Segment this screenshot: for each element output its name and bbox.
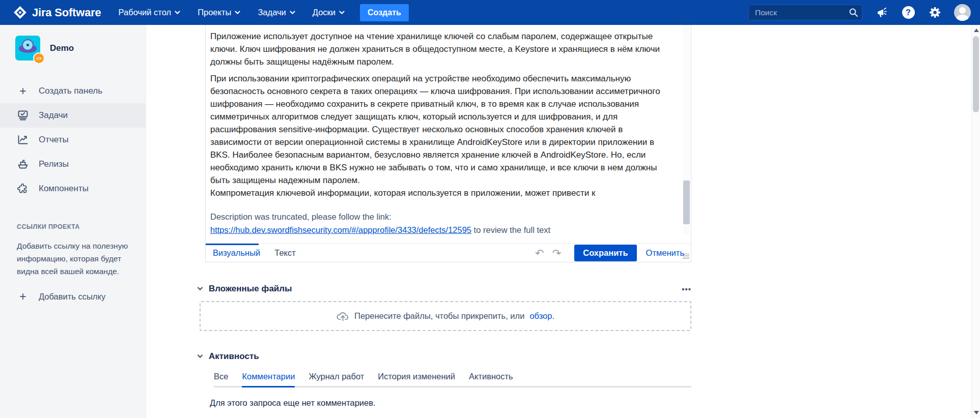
dropzone-suffix: . — [552, 311, 554, 320]
brand-title: Jira Software — [32, 6, 101, 19]
add-link-label: Добавить ссылку — [39, 292, 105, 302]
jira-diamond-icon — [13, 6, 27, 19]
tab-text[interactable]: Текст — [267, 248, 303, 258]
search-icon[interactable] — [849, 8, 858, 17]
sidebar-item-reports[interactable]: Отчеты — [0, 128, 146, 152]
editor-footer: Визуальный Текст ↶ ↷ Сохранить Отменить — [206, 243, 691, 262]
dropzone-text: Перенесите файлы, чтобы прикрепить, или — [354, 311, 524, 321]
gear-icon — [929, 7, 941, 18]
sidebar-item-releases[interactable]: Релизы — [0, 152, 146, 176]
chevron-down-icon — [339, 11, 345, 15]
tab-activity[interactable]: Активность — [469, 372, 513, 386]
truncation-note-text: Description was truncated, please follow… — [210, 210, 674, 223]
announcements-button[interactable] — [875, 6, 889, 20]
nav-issues[interactable]: Задачи — [258, 8, 295, 17]
create-button[interactable]: Создать — [360, 4, 409, 21]
navbar-right: ? — [748, 4, 971, 21]
no-comments-message: Для этого запроса еще нет комментариев. — [210, 398, 980, 408]
nav-dashboard[interactable]: Рабочий стол — [119, 8, 181, 17]
nav-projects[interactable]: Проекты — [198, 8, 240, 17]
plus-icon: + — [17, 85, 29, 97]
chevron-down-icon — [197, 354, 203, 359]
description-paragraph: Компрометация ключевой информации, котор… — [210, 187, 674, 199]
page-scrollbar[interactable] — [971, 25, 980, 418]
search-input[interactable] — [748, 5, 862, 20]
tab-comments[interactable]: Комментарии — [242, 372, 295, 387]
issue-main: Приложение использует доступное на чтени… — [146, 25, 980, 418]
issues-icon — [17, 110, 29, 121]
tab-worklog[interactable]: Журнал работ — [309, 372, 364, 386]
attachments-section-header: Вложенные файлы ••• — [196, 284, 691, 294]
tab-visual[interactable]: Визуальный — [206, 248, 267, 258]
truncation-note: Description was truncated, please follow… — [210, 210, 674, 236]
attachments-dropzone[interactable]: Перенесите файлы, чтобы прикрепить, или … — [200, 301, 691, 331]
sidebar-item-components[interactable]: Компоненты — [0, 176, 146, 201]
project-links-header: ССЫЛКИ ПРОЕКТА — [17, 223, 146, 230]
description-paragraph: При использовании криптографических опер… — [210, 72, 674, 187]
project-avatar: <> — [15, 36, 40, 61]
truncation-link[interactable]: https://hub.dev.swordfishsecurity.com/#/… — [210, 225, 471, 234]
nav-dashboard-label: Рабочий стол — [119, 8, 172, 17]
chevron-down-icon — [290, 11, 295, 15]
chevron-down-icon — [175, 11, 180, 15]
plus-icon: + — [17, 291, 29, 303]
top-navbar: Jira Software Рабочий стол Проекты Задач… — [0, 0, 980, 25]
components-icon — [17, 183, 29, 194]
jira-app: Jira Software Рабочий стол Проекты Задач… — [0, 0, 980, 418]
undo-redo-group: ↶ ↷ — [535, 248, 561, 258]
chevron-down-icon — [235, 11, 240, 15]
help-glyph: ? — [906, 8, 911, 17]
add-link-button[interactable]: + Добавить ссылку — [17, 291, 146, 303]
main-nav: Рабочий стол Проекты Задачи Доски — [119, 8, 345, 17]
project-header[interactable]: <> Demo — [0, 36, 146, 61]
undo-icon[interactable]: ↶ — [535, 248, 544, 258]
attachments-title: Вложенные файлы — [209, 284, 292, 294]
user-avatar[interactable] — [954, 4, 971, 21]
editor-scrollbar-thumb[interactable] — [683, 181, 690, 224]
sidebar-item-label: Компоненты — [39, 184, 89, 194]
activity-title: Активность — [209, 351, 259, 362]
software-project-badge: <> — [33, 52, 45, 64]
releases-icon — [17, 159, 29, 169]
collapse-attachments-button[interactable] — [196, 285, 204, 293]
sidebar-item-label: Создать панель — [39, 86, 102, 96]
save-button[interactable]: Сохранить — [574, 245, 636, 261]
browse-link[interactable]: обзор — [529, 311, 552, 320]
chevron-down-icon — [197, 287, 203, 291]
active-tab-indicator — [206, 244, 259, 245]
sidebar-item-create-board[interactable]: + Создать панель — [0, 79, 146, 103]
truncation-link-line: https://hub.dev.swordfishsecurity.com/#/… — [210, 223, 674, 236]
sidebar-item-label: Отчеты — [39, 135, 69, 145]
page-scrollbar-thumb[interactable] — [973, 36, 979, 112]
jira-logo[interactable]: Jira Software — [13, 6, 101, 19]
project-name: Demo — [50, 43, 74, 53]
collapse-activity-button[interactable] — [196, 352, 204, 361]
settings-button[interactable] — [928, 6, 942, 20]
project-avatar-eye — [22, 39, 34, 51]
nav-issues-label: Задачи — [258, 8, 286, 17]
editor-scrollbar[interactable] — [683, 25, 690, 234]
sidebar-item-label: Релизы — [39, 159, 69, 169]
nav-boards[interactable]: Доски — [313, 8, 345, 17]
redo-icon[interactable]: ↷ — [552, 248, 562, 258]
project-sidebar: <> Demo + Создать панель Задачи — [0, 25, 146, 418]
truncation-suffix: to review the full text — [471, 225, 550, 234]
description-editor: Приложение использует доступное на чтени… — [205, 25, 691, 262]
activity-tabs: Все Комментарии Журнал работ История изм… — [214, 372, 691, 387]
attachments-more-button[interactable]: ••• — [682, 285, 691, 293]
cancel-button[interactable]: Отменить — [646, 248, 684, 258]
project-links-description: Добавить ссылку на полезную информацию, … — [17, 240, 141, 278]
help-button[interactable]: ? — [901, 6, 915, 20]
cloud-upload-icon — [337, 311, 349, 321]
search-box — [748, 5, 862, 20]
sidebar-item-issues[interactable]: Задачи — [0, 103, 146, 128]
scroll-up-arrow[interactable] — [974, 28, 979, 32]
tab-all[interactable]: Все — [214, 372, 228, 386]
sidebar-item-label: Задачи — [39, 110, 68, 121]
nav-boards-label: Доски — [313, 8, 335, 17]
tab-history[interactable]: История изменений — [378, 372, 455, 386]
editor-textarea[interactable]: Приложение использует доступное на чтени… — [206, 25, 691, 243]
scroll-down-arrow[interactable] — [974, 411, 979, 414]
dropzone-browse-wrap: обзор. — [529, 311, 554, 321]
help-icon: ? — [902, 6, 915, 19]
